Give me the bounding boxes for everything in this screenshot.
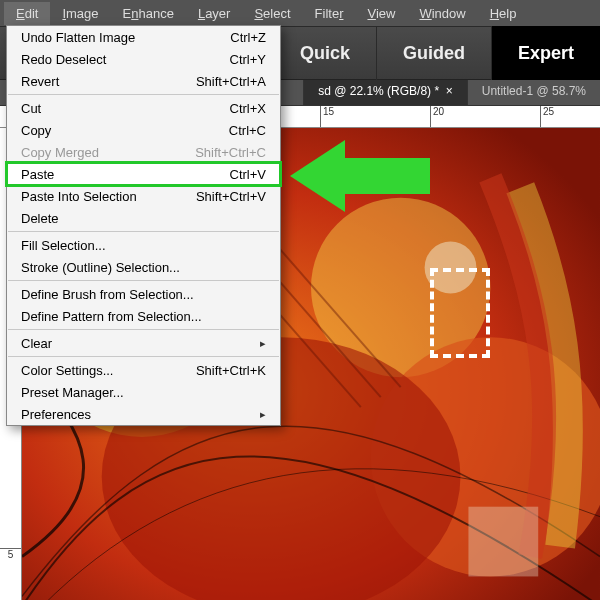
menu-item-redo[interactable]: Redo DeselectCtrl+Y bbox=[7, 48, 280, 70]
menu-item-delete[interactable]: Delete bbox=[7, 207, 280, 229]
menu-filter[interactable]: Filter bbox=[303, 2, 356, 25]
menu-item-stroke[interactable]: Stroke (Outline) Selection... bbox=[7, 256, 280, 278]
edit-menu-dropdown: Undo Flatten ImageCtrl+Z Redo DeselectCt… bbox=[6, 25, 281, 426]
mode-guided[interactable]: Guided bbox=[376, 26, 491, 80]
menu-item-define-brush[interactable]: Define Brush from Selection... bbox=[7, 283, 280, 305]
menu-item-undo[interactable]: Undo Flatten ImageCtrl+Z bbox=[7, 26, 280, 48]
menu-enhance[interactable]: Enhance bbox=[111, 2, 186, 25]
menu-image[interactable]: Image bbox=[50, 2, 110, 25]
menubar: Edit Image Enhance Layer Select Filter V… bbox=[0, 0, 600, 26]
menu-item-preferences[interactable]: Preferences bbox=[7, 403, 280, 425]
separator bbox=[8, 231, 279, 232]
menu-item-define-pattern[interactable]: Define Pattern from Selection... bbox=[7, 305, 280, 327]
doc-tab-1-label: sd @ 22.1% (RGB/8) * bbox=[318, 84, 439, 98]
mode-quick[interactable]: Quick bbox=[273, 26, 376, 80]
menu-edit[interactable]: Edit bbox=[4, 2, 50, 25]
doc-tab-2[interactable]: Untitled-1 @ 58.7% bbox=[467, 80, 600, 105]
menu-item-revert[interactable]: RevertShift+Ctrl+A bbox=[7, 70, 280, 92]
menu-item-copy-merged: Copy MergedShift+Ctrl+C bbox=[7, 141, 280, 163]
doc-tab-1[interactable]: sd @ 22.1% (RGB/8) * × bbox=[303, 80, 467, 105]
menu-layer[interactable]: Layer bbox=[186, 2, 243, 25]
menu-item-clear[interactable]: Clear bbox=[7, 332, 280, 354]
menu-item-cut[interactable]: CutCtrl+X bbox=[7, 97, 280, 119]
menu-item-fill[interactable]: Fill Selection... bbox=[7, 234, 280, 256]
menu-view[interactable]: View bbox=[355, 2, 407, 25]
menu-select[interactable]: Select bbox=[242, 2, 302, 25]
menu-item-color-settings[interactable]: Color Settings...Shift+Ctrl+K bbox=[7, 359, 280, 381]
mode-expert[interactable]: Expert bbox=[491, 26, 600, 80]
marquee-selection[interactable] bbox=[430, 268, 490, 358]
menu-item-preset-manager[interactable]: Preset Manager... bbox=[7, 381, 280, 403]
menu-item-copy[interactable]: CopyCtrl+C bbox=[7, 119, 280, 141]
separator bbox=[8, 356, 279, 357]
menu-item-paste-into[interactable]: Paste Into SelectionShift+Ctrl+V bbox=[7, 185, 280, 207]
separator bbox=[8, 280, 279, 281]
close-icon[interactable]: × bbox=[446, 84, 453, 98]
menu-help[interactable]: Help bbox=[478, 2, 529, 25]
svg-rect-8 bbox=[468, 507, 538, 577]
separator bbox=[8, 329, 279, 330]
menu-item-paste[interactable]: PasteCtrl+V bbox=[7, 163, 280, 185]
separator bbox=[8, 94, 279, 95]
menu-window[interactable]: Window bbox=[407, 2, 477, 25]
